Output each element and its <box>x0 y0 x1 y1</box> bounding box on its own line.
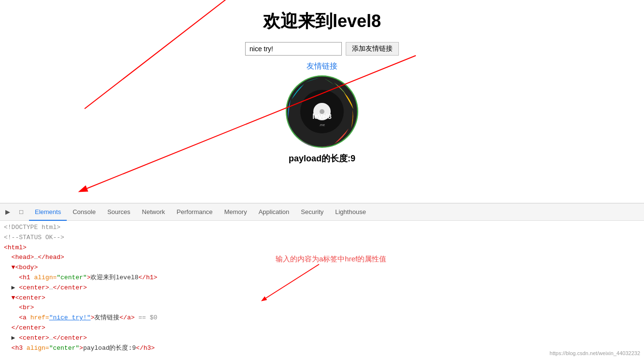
input-area: 添加友情链接 <box>245 42 399 56</box>
tab-lighthouse[interactable]: Lighthouse <box>329 203 372 221</box>
tab-sources[interactable]: Sources <box>102 203 136 221</box>
svg-text:leVel8: leVel8 <box>312 113 332 120</box>
tab-network[interactable]: Network <box>136 203 171 221</box>
url-input[interactable] <box>245 42 342 56</box>
dom-line-9: <br> <box>4 303 248 313</box>
tab-performance[interactable]: Performance <box>171 203 218 221</box>
dom-line-10[interactable]: <a href="nice try!">友情链接</a> == $0 <box>4 313 248 323</box>
dom-line-3: <html> <box>4 243 248 253</box>
dom-line-5: ▼<body> <box>4 263 248 273</box>
devtools-content: <!DOCTYPE html> <!--STATUS OK--> <html> … <box>0 221 644 358</box>
dom-line-2: <!--STATUS OK--> <box>4 233 248 243</box>
dom-line-4: <head>…</head> <box>4 253 248 263</box>
add-link-button[interactable]: 添加友情链接 <box>346 42 399 56</box>
cd-image: leVel8 .me <box>286 75 358 148</box>
tab-console[interactable]: Console <box>67 203 102 221</box>
dom-line-6: <h1 align="center">欢迎来到level8</h1> <box>4 273 248 283</box>
page-title: 欢迎来到level8 <box>263 10 381 33</box>
devtools-inspect-icon[interactable]: □ <box>15 206 27 218</box>
svg-line-9 <box>87 56 416 188</box>
dom-line-7: ▶ <center>…</center> <box>4 283 248 293</box>
dom-line-11: </center> <box>4 323 248 333</box>
devtools-cursor-icon[interactable]: ▶ <box>2 206 14 218</box>
annotation-svg <box>251 221 644 358</box>
friend-link[interactable]: 友情链接 <box>307 61 337 72</box>
devtools-tabs: ▶ □ Elements Console Sources Network Per… <box>0 203 644 221</box>
svg-text:.me: .me <box>319 123 325 127</box>
devtools-panel: ▶ □ Elements Console Sources Network Per… <box>0 203 644 358</box>
dom-panel: <!DOCTYPE html> <!--STATUS OK--> <html> … <box>0 221 251 358</box>
dom-line-1: <!DOCTYPE html> <box>4 223 248 233</box>
tab-security[interactable]: Security <box>295 203 329 221</box>
main-page: 欢迎来到level8 添加友情链接 友情链接 <box>0 0 644 203</box>
tab-application[interactable]: Application <box>253 203 295 221</box>
annotation-text: 输入的内容为a标签中href的属性值 <box>276 255 386 264</box>
payload-length: payload的长度:9 <box>289 153 355 164</box>
dom-line-12: ▶ <center>…</center> <box>4 333 248 344</box>
footer-url: https://blog.csdn.net/weixin_44032232 <box>550 350 640 356</box>
dom-line-8: ▼<center> <box>4 293 248 303</box>
annotation-area: 输入的内容为a标签中href的属性值 <box>251 221 644 358</box>
tab-memory[interactable]: Memory <box>219 203 253 221</box>
dom-line-13: <h3 align="center">payload的长度:9</h3> <box>4 344 248 354</box>
tab-elements[interactable]: Elements <box>29 203 67 221</box>
svg-line-11 <box>266 264 319 298</box>
